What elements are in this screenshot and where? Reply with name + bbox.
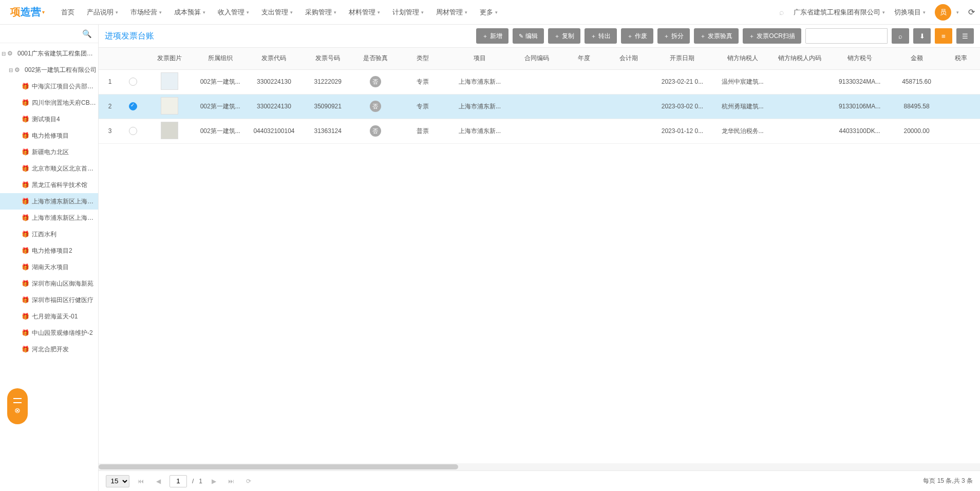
column-header[interactable]: 税率: [942, 48, 980, 69]
list-button[interactable]: ☰: [956, 28, 974, 44]
next-page-button[interactable]: ▶: [208, 475, 220, 487]
nav-item-4[interactable]: 收入管理▾: [212, 0, 255, 25]
invoice-thumbnail[interactable]: [161, 72, 178, 90]
nav-item-3[interactable]: 成本预算▾: [168, 0, 212, 25]
column-header[interactable]: 类型: [398, 48, 448, 69]
tree-node[interactable]: 🎁中海滨江项目公共部位精装: [0, 78, 98, 95]
column-header[interactable]: 金额: [891, 48, 942, 69]
tree-node[interactable]: 🎁七月碧海蓝天-01: [0, 308, 98, 325]
nav-item-9[interactable]: 周材管理▾: [430, 0, 474, 25]
tree-node[interactable]: 🎁江西水利: [0, 226, 98, 242]
refresh-icon[interactable]: ⟳: [968, 7, 975, 17]
row-checkbox-cell[interactable]: [121, 69, 144, 94]
row-checkbox[interactable]: [129, 102, 137, 110]
table-container[interactable]: 发票图片所属组织发票代码发票号码是否验真类型项目合同编码年度会计期开票日期销方纳…: [99, 47, 980, 463]
tree-node[interactable]: 🎁河北合肥开发: [0, 341, 98, 357]
refresh-button[interactable]: ⟳: [242, 475, 255, 487]
page-size-select[interactable]: 15: [106, 475, 129, 487]
column-header[interactable]: 发票代码: [246, 48, 303, 69]
row-checkbox[interactable]: [129, 127, 137, 135]
org-selector[interactable]: 广东省建筑工程集团有限公司 ▾: [794, 8, 885, 17]
column-header[interactable]: [99, 48, 121, 69]
column-header[interactable]: 所属组织: [195, 48, 246, 69]
tree-node[interactable]: 🎁电力抢修项目: [0, 127, 98, 144]
nav-item-0[interactable]: 首页: [55, 0, 81, 25]
row-checkbox-cell[interactable]: [121, 119, 144, 143]
last-page-button[interactable]: ⏭: [225, 475, 237, 487]
download-button[interactable]: ⬇: [913, 28, 931, 44]
ocr-button[interactable]: ＋发票OCR扫描: [743, 28, 801, 44]
search-button[interactable]: ⌕: [892, 28, 909, 44]
page-input[interactable]: [169, 475, 187, 487]
column-header[interactable]: 发票图片: [144, 48, 195, 69]
column-header[interactable]: [121, 48, 144, 69]
nav-item-8[interactable]: 计划管理▾: [386, 0, 430, 25]
first-page-button[interactable]: ⏮: [135, 475, 147, 487]
tree-node[interactable]: 🎁上海市浦东新区上海海昌海: [0, 193, 98, 210]
tree-node[interactable]: 🎁电力抢修项目2: [0, 242, 98, 259]
nav-item-2[interactable]: 市场经营▾: [124, 0, 168, 25]
horizontal-scrollbar[interactable]: [99, 463, 980, 470]
search-icon[interactable]: 🔍: [82, 29, 92, 39]
column-header[interactable]: 年度: [562, 48, 606, 69]
tree-node[interactable]: 🎁上海市浦东新区上海海昌海: [0, 210, 98, 226]
table-row[interactable]: 2002第一建筑...330022413035090921否专票上海市浦东新..…: [99, 94, 980, 119]
scrollbar-thumb[interactable]: [99, 464, 458, 469]
prev-page-button[interactable]: ◀: [152, 475, 164, 487]
nav-item-1[interactable]: 产品说明▾: [81, 0, 124, 25]
tree-toggle-icon[interactable]: ⊟: [7, 67, 14, 73]
logo[interactable]: 项造营 ▾: [10, 5, 45, 19]
column-header[interactable]: 销方纳税人内码: [771, 48, 828, 69]
nav-item-10[interactable]: 更多▾: [474, 0, 504, 25]
column-header[interactable]: 合同编码: [512, 48, 562, 69]
tree-label: 四川华润置地天府CBD商务: [32, 99, 98, 107]
copy-button[interactable]: ＋复制: [548, 28, 580, 44]
tree-node[interactable]: ⊟⚙002第一建筑工程有限公司: [0, 62, 98, 78]
float-menu-button[interactable]: ⊗: [7, 388, 28, 424]
table-row[interactable]: 1002第一建筑...330022413031222029否专票上海市浦东新..…: [99, 69, 980, 94]
tree-node[interactable]: 🎁四川华润置地天府CBD商务: [0, 95, 98, 111]
tree-node[interactable]: 🎁深圳市南山区御海新苑: [0, 275, 98, 292]
search-icon: ⌕: [898, 32, 902, 40]
search-input[interactable]: [805, 28, 888, 44]
export-button[interactable]: ＋转出: [585, 28, 617, 44]
invoice-thumbnail-cell[interactable]: [144, 119, 195, 143]
invoice-thumbnail-cell[interactable]: [144, 94, 195, 119]
tree-node[interactable]: 🎁深圳市福田区行健医疗: [0, 292, 98, 308]
nav-item-7[interactable]: 材料管理▾: [343, 0, 386, 25]
column-header[interactable]: 是否验真: [353, 48, 398, 69]
chevron-down-icon[interactable]: ▾: [956, 10, 959, 15]
invoice-thumbnail[interactable]: [161, 97, 178, 115]
column-header[interactable]: 销方纳税人: [714, 48, 771, 69]
table-row[interactable]: 3002第一建筑...04403210010431363124否普票上海市浦东新…: [99, 119, 980, 143]
void-button[interactable]: ＋作废: [621, 28, 653, 44]
split-button[interactable]: ＋拆分: [657, 28, 690, 44]
column-header[interactable]: 发票号码: [303, 48, 353, 69]
add-button[interactable]: ＋新增: [476, 28, 508, 44]
row-checkbox[interactable]: [129, 78, 137, 86]
nav-item-5[interactable]: 支出管理▾: [255, 0, 299, 25]
project-selector[interactable]: 切换项目 ▾: [894, 8, 926, 17]
tree-node[interactable]: 🎁北京市顺义区北京首都国际: [0, 160, 98, 177]
nav-item-6[interactable]: 采购管理▾: [299, 0, 343, 25]
user-avatar[interactable]: 员: [935, 4, 951, 21]
menu-bar-icon: [13, 398, 22, 399]
tree-node[interactable]: 🎁新疆电力北区: [0, 144, 98, 160]
tree-node[interactable]: 🎁湖南天水项目: [0, 259, 98, 275]
tree-node[interactable]: ⊟⚙0001广东省建筑工程集团有限公司: [0, 45, 98, 62]
row-checkbox-cell[interactable]: [121, 94, 144, 119]
tree-node[interactable]: 🎁测试项目4: [0, 111, 98, 127]
column-header[interactable]: 会计期: [607, 48, 651, 69]
tree-node[interactable]: 🎁中山园景观修缮维护-2: [0, 325, 98, 341]
tree-node[interactable]: 🎁黑龙江省科学技术馆: [0, 177, 98, 193]
edit-button[interactable]: ✎编辑: [513, 28, 544, 44]
column-header[interactable]: 开票日期: [651, 48, 714, 69]
tree-toggle-icon[interactable]: ⊟: [0, 51, 7, 56]
invoice-thumbnail[interactable]: [161, 122, 178, 139]
invoice-thumbnail-cell[interactable]: [144, 69, 195, 94]
verify-button[interactable]: ＋发票验真: [694, 28, 739, 44]
column-header[interactable]: 项目: [448, 48, 511, 69]
search-icon[interactable]: ⌕: [779, 8, 784, 17]
filter-button[interactable]: ≡: [935, 28, 952, 44]
column-header[interactable]: 销方税号: [828, 48, 891, 69]
